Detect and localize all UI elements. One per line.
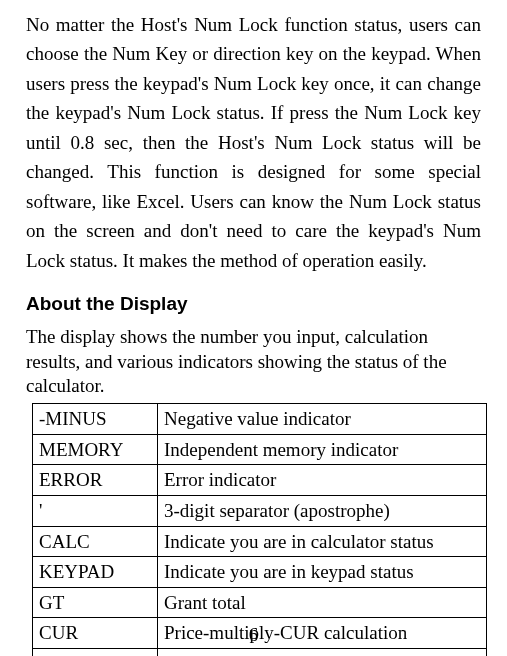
table-row: GT Grant total: [33, 587, 487, 618]
indicator-desc: Indicate you are in calculator status: [158, 526, 487, 557]
body-paragraph: No matter the Host's Num Lock function s…: [26, 10, 481, 275]
table-row: -MINUS Negative value indicator: [33, 404, 487, 435]
indicator-desc: Independent memory indicator: [158, 434, 487, 465]
table-row: KEYPAD Indicate you are in keypad status: [33, 557, 487, 588]
indicator-desc: Error indicator: [158, 465, 487, 496]
table-row: MEMORY Independent memory indicator: [33, 434, 487, 465]
indicator-desc: Negative value indicator: [158, 404, 487, 435]
indicator-desc: Indicate you are in keypad status: [158, 557, 487, 588]
indicator-key: MEMORY: [33, 434, 158, 465]
indicator-key: KEYPAD: [33, 557, 158, 588]
section-heading: About the Display: [26, 293, 481, 315]
table-row: ERROR Error indicator: [33, 465, 487, 496]
indicator-desc: Price-multiply -CURO calculation: [158, 649, 487, 656]
section-intro: The display shows the number you input, …: [26, 325, 481, 399]
table-row: EURO Price-multiply -CURO calculation: [33, 649, 487, 656]
table-row: CALC Indicate you are in calculator stat…: [33, 526, 487, 557]
indicator-key: ERROR: [33, 465, 158, 496]
indicator-key: GT: [33, 587, 158, 618]
table-row: ' 3-digit separator (apostrophe): [33, 495, 487, 526]
indicator-key: -MINUS: [33, 404, 158, 435]
document-page: No matter the Host's Num Lock function s…: [0, 0, 507, 656]
indicator-key: CALC: [33, 526, 158, 557]
page-number: 6: [0, 624, 507, 646]
indicator-desc: 3-digit separator (apostrophe): [158, 495, 487, 526]
indicator-key: ': [33, 495, 158, 526]
indicator-key: EURO: [33, 649, 158, 656]
indicator-table: -MINUS Negative value indicator MEMORY I…: [32, 403, 487, 656]
indicator-desc: Grant total: [158, 587, 487, 618]
